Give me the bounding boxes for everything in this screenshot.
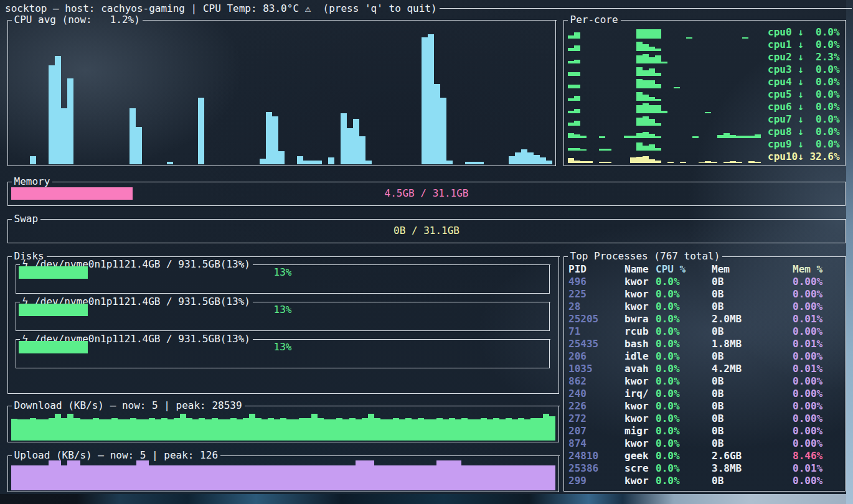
process-cpu-percent: 0.0% — [656, 325, 712, 338]
chart-bar — [643, 156, 649, 163]
chart-bar — [748, 161, 755, 163]
process-pid: 28 — [568, 301, 624, 313]
chart-bar — [268, 465, 274, 490]
chart-bar — [537, 418, 543, 441]
process-mem: 0B — [712, 400, 793, 413]
core-row: cpu9 ↓ 0.0% — [568, 138, 842, 151]
chart-bar — [599, 162, 605, 163]
top-processes-panel: Top Processes (767 total) PID Name CPU %… — [563, 256, 846, 492]
chart-bar — [524, 419, 530, 441]
process-pid: 25205 — [568, 313, 624, 325]
disk-entry: ϟ/dev/nvme0n1p1121.4GB / 931.5GB(13%) 13… — [16, 302, 550, 331]
chart-bar — [105, 465, 111, 490]
chart-bar — [303, 161, 309, 164]
chart-bar — [87, 465, 93, 490]
chart-bar — [61, 108, 67, 164]
process-mem: 0B — [712, 350, 793, 363]
chart-bar — [428, 34, 434, 164]
chart-bar — [243, 418, 249, 441]
chart-bar — [518, 418, 524, 441]
chart-bar — [730, 161, 736, 163]
chart-bar — [205, 419, 211, 441]
process-mem-percent: 0.00% — [793, 475, 842, 487]
core-label: cpu9 ↓ 0.0% — [768, 138, 842, 151]
chart-bar — [249, 465, 255, 490]
process-name: kwor — [624, 413, 656, 425]
process-name: kwor — [624, 475, 656, 487]
chart-bar — [723, 133, 730, 138]
chart-bar — [380, 465, 387, 490]
process-cpu-percent: 0.0% — [656, 276, 712, 288]
process-mem: 0B — [712, 425, 793, 437]
chart-bar — [412, 419, 418, 441]
chart-bar — [636, 118, 643, 126]
chart-bar — [336, 465, 342, 490]
chart-bar — [218, 465, 224, 490]
chart-bar — [136, 127, 142, 164]
chart-bar — [649, 144, 655, 151]
chart-bar — [299, 418, 305, 441]
chart-bar — [418, 465, 424, 490]
chart-bar — [324, 419, 330, 441]
chart-bar — [540, 157, 546, 164]
process-mem-percent: 0.00% — [793, 425, 842, 437]
chart-bar — [574, 45, 580, 51]
chart-bar — [324, 465, 330, 490]
chart-bar — [124, 419, 130, 441]
chart-bar — [42, 419, 49, 441]
chart-bar — [506, 418, 512, 441]
process-pid: 299 — [568, 475, 624, 487]
process-mem-percent: 0.00% — [793, 325, 842, 338]
app-title: socktop — host: cachyos-gaming | CPU Tem… — [5, 2, 437, 14]
process-name: scre — [624, 462, 656, 475]
chart-bar — [105, 419, 111, 441]
chart-bar — [280, 418, 286, 441]
core-label: cpu3 ↓ 0.0% — [768, 63, 842, 76]
chart-bar — [667, 162, 674, 163]
chart-bar — [274, 419, 280, 441]
process-mem-percent: 0.00% — [793, 413, 842, 425]
chart-bar — [636, 142, 643, 151]
chart-bar — [587, 161, 593, 163]
process-mem-percent: 0.01% — [793, 313, 842, 325]
chart-bar — [218, 419, 224, 441]
core-row: cpu1 ↓ 0.0% — [568, 39, 842, 51]
chart-bar — [574, 96, 580, 101]
core-sparkline — [568, 52, 768, 63]
process-name: migr — [624, 425, 656, 437]
process-row: 226kwor0.0%0B0.00% — [568, 400, 842, 413]
chart-bar — [446, 161, 453, 164]
chart-bar — [655, 105, 661, 114]
chart-bar — [149, 465, 155, 490]
chart-bar — [186, 418, 192, 441]
core-sparkline — [568, 114, 768, 126]
chart-bar — [255, 465, 262, 490]
chart-bar — [316, 161, 322, 164]
chart-bar — [299, 465, 305, 490]
process-row: 28kwor0.0%0B0.00% — [568, 301, 842, 313]
chart-bar — [649, 105, 655, 114]
chart-bar — [111, 418, 118, 441]
chart-bar — [199, 465, 205, 490]
chart-bar — [699, 162, 705, 163]
chart-bar — [286, 465, 293, 490]
process-pid: 874 — [568, 437, 624, 450]
chart-bar — [67, 78, 73, 164]
title-bar: socktop — host: cachyos-gaming | CPU Tem… — [5, 2, 852, 14]
chart-bar — [455, 419, 461, 441]
process-mem-percent: 0.00% — [793, 301, 842, 313]
chart-bar — [136, 460, 143, 490]
chart-bar — [649, 80, 655, 89]
chart-bar — [636, 92, 643, 101]
chart-bar — [272, 116, 278, 164]
chart-bar — [512, 465, 518, 490]
process-mem: 2.6GB — [712, 450, 793, 462]
chart-bar — [249, 414, 255, 441]
chart-bar — [424, 465, 430, 490]
chart-bar — [643, 146, 649, 151]
core-row: cpu4 ↓ 0.0% — [568, 76, 842, 88]
chart-bar — [393, 465, 399, 490]
chart-bar — [17, 465, 24, 490]
process-mem-percent: 0.00% — [793, 437, 842, 450]
chart-bar — [449, 418, 455, 441]
